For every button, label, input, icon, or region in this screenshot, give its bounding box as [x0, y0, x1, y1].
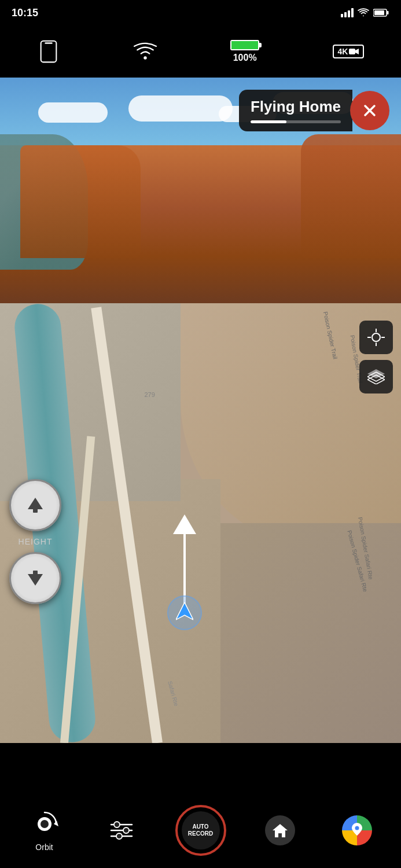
svg-rect-6 [374, 10, 384, 15]
map-controls [359, 321, 393, 393]
battery-status-icon [373, 8, 389, 17]
svg-marker-24 [28, 574, 43, 586]
status-bar: 10:15 [0, 0, 401, 25]
layers-button[interactable] [359, 360, 393, 393]
flying-home-notification: Flying Home [239, 90, 389, 131]
svg-point-33 [123, 827, 129, 833]
drone-pointer-icon [176, 602, 193, 623]
map-pin-icon [352, 823, 362, 836]
svg-point-36 [355, 826, 359, 830]
svg-marker-35 [273, 824, 288, 837]
orbit-icon [30, 809, 60, 839]
signal-icon [341, 8, 354, 17]
phone-icon [37, 40, 60, 63]
home-icon [272, 822, 288, 838]
svg-point-27 [41, 820, 49, 828]
flying-home-progress-fill [251, 120, 286, 123]
battery-percent: 100% [233, 53, 257, 63]
battery-fill [231, 41, 258, 49]
bottom-bar: Orbit AUTO RECORD [0, 793, 401, 868]
svg-rect-7 [41, 41, 56, 62]
drone-wifi-icon [134, 40, 157, 63]
layers-icon [367, 369, 385, 384]
orbit-button[interactable]: Orbit [21, 809, 68, 852]
arrow-head [173, 514, 196, 534]
drone-battery: 100% [230, 40, 259, 63]
svg-rect-23 [33, 508, 38, 513]
wifi-icon [357, 8, 370, 17]
svg-rect-5 [387, 11, 389, 14]
height-down-button[interactable] [9, 552, 61, 604]
cloud [38, 102, 108, 123]
status-time: 10:15 [12, 7, 38, 19]
svg-point-34 [116, 833, 122, 839]
cliff-right [301, 134, 401, 259]
height-label: HEIGHT [19, 537, 53, 546]
camera-quality-badge: 4K [333, 45, 364, 58]
maps-icon [342, 815, 372, 845]
record-text: AUTO RECORD [188, 823, 213, 837]
road-279-label: 279 [144, 391, 154, 398]
auto-record-button[interactable]: AUTO RECORD [175, 805, 226, 856]
height-up-button[interactable] [9, 479, 61, 531]
svg-rect-8 [45, 42, 52, 44]
svg-point-14 [372, 333, 380, 341]
svg-marker-19 [367, 369, 385, 378]
map-view[interactable]: Colorado 279 Poison Spider Trail Poison … [0, 303, 401, 743]
down-arrow-icon [25, 568, 45, 588]
flying-home-title: Flying Home [251, 98, 341, 116]
orbit-icon-wrap [30, 809, 60, 839]
maps-button[interactable] [334, 815, 380, 845]
svg-rect-10 [349, 49, 355, 54]
home-button[interactable] [257, 815, 303, 845]
svg-rect-1 [344, 12, 347, 17]
cloud [128, 95, 233, 122]
svg-rect-0 [341, 14, 343, 17]
sliders-icon [109, 819, 134, 842]
svg-rect-25 [33, 571, 38, 575]
svg-marker-28 [54, 821, 58, 826]
flying-home-pill: Flying Home [239, 90, 352, 131]
svg-rect-2 [348, 10, 350, 17]
up-arrow-icon [25, 495, 45, 515]
orbit-label: Orbit [35, 843, 53, 852]
height-controls: HEIGHT [9, 479, 61, 604]
svg-rect-3 [351, 8, 354, 17]
locate-button[interactable] [359, 321, 393, 354]
status-icons [341, 8, 389, 17]
svg-point-32 [114, 822, 120, 827]
svg-marker-13 [176, 602, 193, 620]
record-inner: AUTO RECORD [182, 811, 220, 849]
flying-home-progress-bar [251, 120, 341, 123]
drone-marker [167, 595, 202, 630]
svg-marker-22 [28, 498, 43, 509]
close-icon [362, 102, 378, 119]
svg-point-9 [144, 56, 146, 59]
drone-bar: 100% 4K [0, 25, 401, 78]
crosshair-icon [367, 329, 385, 346]
battery-bar [230, 40, 259, 50]
home-circle [265, 815, 295, 845]
settings-button[interactable] [98, 819, 145, 842]
cliff-left [20, 145, 141, 258]
phone-icon-wrap [37, 40, 60, 63]
drone-wifi-wrap [134, 40, 157, 63]
record-ring: AUTO RECORD [175, 805, 226, 856]
flying-home-cancel-button[interactable] [350, 91, 389, 130]
video-icon [349, 47, 359, 56]
